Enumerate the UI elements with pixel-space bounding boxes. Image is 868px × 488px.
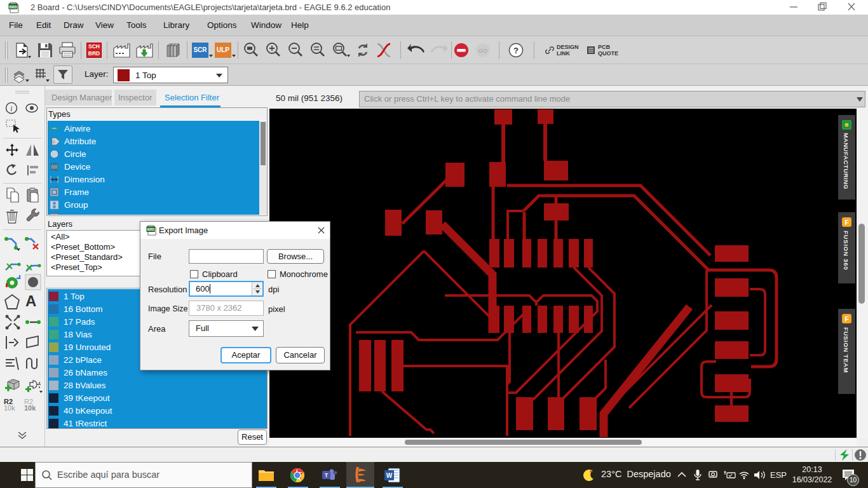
- svg-text:F: F: [844, 219, 849, 226]
- svg-text:W: W: [386, 472, 393, 479]
- svg-text:i: i: [10, 104, 12, 113]
- svg-text:BRD: BRD: [147, 227, 154, 231]
- svg-text:BRD: BRD: [10, 5, 17, 9]
- svg-text:GO: GO: [478, 48, 487, 54]
- svg-text:T: T: [325, 472, 329, 478]
- svg-text:?: ?: [513, 46, 519, 55]
- svg-text:F: F: [844, 315, 849, 323]
